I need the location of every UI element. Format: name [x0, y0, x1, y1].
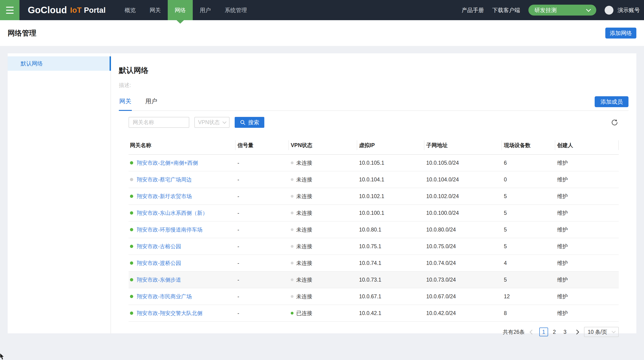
environment-select[interactable]: 研发挂测	[528, 5, 596, 16]
gateway-status-dot	[130, 161, 133, 164]
creator-cell: 维护	[555, 188, 619, 205]
vpn-status-dot	[291, 195, 294, 198]
search-button[interactable]: 搜索	[235, 117, 264, 128]
gateway-link[interactable]: 翔安市政-翔安交警大队北侧	[137, 310, 202, 317]
nav-item[interactable]: 网关	[143, 0, 168, 20]
product-manual-link[interactable]: 产品手册	[462, 7, 484, 14]
gateway-status-dot	[130, 178, 133, 181]
page-header: 网络管理 添加网络	[0, 20, 644, 46]
page-number[interactable]: 1	[539, 327, 548, 336]
page-number[interactable]: 2	[550, 327, 559, 336]
table-row: 翔安市政-环形慢道南停车场-未连接10.0.80.110.0.80.0/245维…	[128, 221, 619, 238]
gateway-link[interactable]: 翔安市政-渡桥公园	[137, 260, 181, 267]
page-size-select[interactable]: 10 条/页	[584, 327, 619, 337]
signal-cell: -	[235, 205, 288, 221]
vpn-status-select[interactable]: VPN状态	[194, 117, 230, 128]
page-size-value: 10 条/页	[588, 328, 607, 336]
vpn-status-dot	[291, 245, 294, 248]
mouse-cursor	[0, 353, 5, 360]
vpn-status-dot	[291, 278, 294, 281]
device-count-cell: 5	[502, 188, 555, 205]
subnet-cell: 10.0.74.0/24	[424, 255, 502, 271]
gateway-link[interactable]: 翔安市政-市民商业广场	[137, 293, 192, 300]
table-row: 翔安市政-新圩农贸市场-未连接10.0.102.110.0.102.0/245维…	[128, 188, 619, 205]
creator-cell: 维护	[555, 171, 619, 188]
gateway-link[interactable]: 翔安市政-环形慢道南停车场	[137, 226, 202, 233]
prev-page-icon[interactable]	[530, 329, 534, 334]
table-row: 翔安市政-北侧+南侧+西侧-未连接10.0.105.110.0.105.0/24…	[128, 154, 619, 171]
page-number[interactable]: 3	[560, 327, 570, 336]
search-toolbar: VPN状态 搜索	[128, 117, 619, 128]
column-header: VPN状态	[288, 136, 357, 154]
gateway-link[interactable]: 翔安市政-东山水系西侧（新）	[137, 210, 208, 217]
subnet-cell: 10.0.67.0/24	[424, 288, 502, 305]
chevron-down-icon	[586, 7, 591, 12]
vpn-status-text: 未连接	[296, 176, 312, 183]
creator-cell: 维护	[555, 288, 619, 305]
vpn-status-cell: 未连接	[288, 188, 357, 205]
device-count-cell: 5	[502, 238, 555, 255]
sidebar-item-default-network[interactable]: 默认网络	[8, 56, 110, 71]
nav-item[interactable]: 用户	[193, 0, 218, 20]
download-client-link[interactable]: 下载客户端	[492, 7, 520, 14]
page-title: 网络管理	[8, 28, 36, 38]
add-member-button[interactable]: 添加成员	[595, 96, 628, 107]
column-header: 创建人	[555, 136, 619, 154]
virtual-ip-cell: 10.0.80.1	[357, 221, 424, 238]
gateway-name-cell: 翔安市政-蔡宅广场周边	[128, 171, 235, 188]
gateway-link[interactable]: 翔安市政-东侧步道	[137, 276, 181, 283]
environment-select-value: 研发挂测	[534, 7, 557, 14]
table-row: 翔安市政-东山水系西侧（新）-未连接10.0.100.110.0.100.0/2…	[128, 205, 619, 221]
tab-gateway[interactable]: 网关	[119, 94, 132, 111]
gateway-link[interactable]: 翔安市政-蔡宅广场周边	[137, 176, 192, 183]
subnet-cell: 10.0.104.0/24	[424, 171, 502, 188]
navbar-right: 产品手册 下载客户端 研发挂测 演示账号	[462, 0, 644, 20]
gateway-link[interactable]: 翔安市政-古榕公园	[137, 243, 181, 250]
refresh-icon[interactable]	[611, 119, 618, 126]
table-row: 翔安市政-市民商业广场-未连接10.0.67.110.0.67.0/2412维护	[128, 288, 619, 305]
gateway-name-input[interactable]	[128, 117, 189, 128]
hamburger-menu-icon[interactable]	[0, 0, 20, 20]
vpn-status-dot	[291, 212, 294, 214]
gateway-link[interactable]: 翔安市政-新圩农贸市场	[137, 193, 192, 200]
column-header: 网关名称	[128, 136, 235, 154]
gateway-name-cell: 翔安市政-东山水系西侧（新）	[128, 205, 235, 221]
account-name: 演示账号	[618, 7, 640, 14]
virtual-ip-cell: 10.0.74.1	[357, 255, 424, 271]
vpn-status-cell: 已连接	[288, 305, 357, 321]
nav-item[interactable]: 网络	[168, 0, 193, 20]
vpn-status-text: 未连接	[296, 159, 312, 166]
next-page-icon[interactable]	[574, 329, 579, 334]
signal-cell: -	[235, 271, 288, 288]
gateway-name-cell: 翔安市政-新圩农贸市场	[128, 188, 235, 205]
logo-iot: IoT	[70, 6, 82, 15]
gateway-link[interactable]: 翔安市政-北侧+南侧+西侧	[137, 159, 198, 166]
vpn-status-cell: 未连接	[288, 171, 357, 188]
vpn-status-dot	[291, 228, 294, 231]
top-navbar: GoCloud IoT Portal 概览网关网络用户系统管理 产品手册 下载客…	[0, 0, 644, 20]
creator-cell: 维护	[555, 221, 619, 238]
nav-item[interactable]: 系统管理	[218, 0, 254, 20]
avatar[interactable]	[604, 6, 614, 15]
device-count-cell: 4	[502, 255, 555, 271]
search-icon	[240, 119, 246, 125]
subnet-cell: 10.0.75.0/24	[424, 238, 502, 255]
subnet-cell: 10.0.102.0/24	[424, 188, 502, 205]
device-count-cell: 6	[502, 154, 555, 171]
device-count-cell: 8	[502, 305, 555, 321]
device-count-cell: 0	[502, 171, 555, 188]
tab-user[interactable]: 用户	[145, 94, 158, 111]
subnet-cell: 10.0.100.0/24	[424, 205, 502, 221]
vpn-status-text: 未连接	[296, 243, 312, 250]
gateway-status-dot	[130, 195, 133, 198]
signal-cell: -	[235, 305, 288, 321]
vpn-status-text: 未连接	[296, 293, 312, 300]
gateway-status-dot	[130, 211, 133, 215]
table-area: VPN状态 搜索 网关名称信号量VPN状态虚拟IP子网地址现场设备数创建人 翔安…	[128, 117, 619, 337]
add-network-button[interactable]: 添加网络	[605, 28, 636, 39]
nav-item[interactable]: 概览	[118, 0, 143, 20]
vpn-status-cell: 未连接	[288, 255, 357, 271]
gateway-status-dot	[130, 245, 133, 248]
signal-cell: -	[235, 188, 288, 205]
column-header: 信号量	[235, 136, 288, 154]
